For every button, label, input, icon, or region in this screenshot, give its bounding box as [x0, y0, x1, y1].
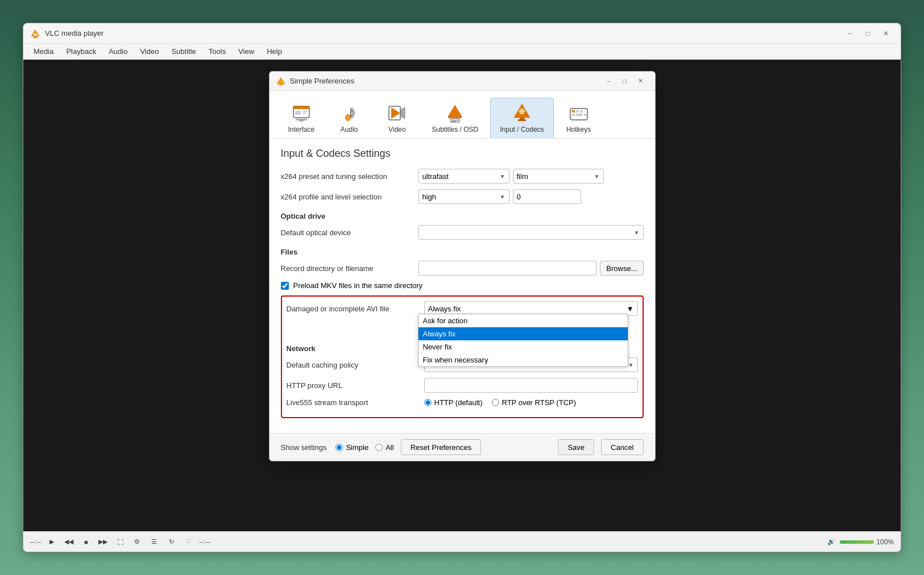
- dialog-content: Input & Codecs Settings x264 preset and …: [270, 139, 655, 433]
- playlist-button[interactable]: ☰: [148, 536, 160, 548]
- optical-device-dropdown[interactable]: ▼: [419, 225, 644, 240]
- extended-button[interactable]: ⚙: [131, 536, 143, 548]
- svg-rect-13: [303, 113, 306, 114]
- play-button[interactable]: ▶: [45, 536, 58, 548]
- live555-row: Live555 stream transport HTTP (default): [287, 398, 638, 407]
- option-never-fix[interactable]: Never fix: [419, 340, 628, 353]
- tab-hotkeys[interactable]: Hotkeys: [556, 98, 602, 138]
- damaged-avi-section: Damaged or incomplete AVI file Always fi…: [281, 295, 644, 418]
- all-radio-option: All: [375, 443, 393, 452]
- dialog-title-bar: Simple Preferences − □ ✕: [270, 72, 655, 91]
- record-dir-row: Record directory or filename Browse...: [281, 261, 644, 276]
- tab-video[interactable]: Video: [374, 98, 420, 138]
- volume-label: 100%: [876, 538, 894, 546]
- svg-rect-26: [520, 118, 524, 119]
- random-button[interactable]: ∷: [182, 536, 194, 548]
- x264-profile-control: high ▼: [419, 189, 644, 204]
- save-button[interactable]: Save: [558, 439, 594, 455]
- svg-marker-20: [448, 105, 462, 116]
- title-bar: ▶ VLC media player − □ ✕: [23, 23, 901, 44]
- menu-audio[interactable]: Audio: [103, 45, 133, 57]
- svg-rect-11: [295, 111, 301, 115]
- x264-level-input[interactable]: [513, 189, 581, 204]
- volume-icon[interactable]: 🔊: [825, 536, 838, 548]
- all-radio[interactable]: [375, 444, 383, 451]
- tab-subtitles[interactable]: Subtitles / OSD: [422, 98, 488, 138]
- menu-video[interactable]: Video: [134, 45, 164, 57]
- option-fix-when-necessary[interactable]: Fix when necessary: [419, 353, 628, 366]
- x264-preset-arrow: ▼: [500, 173, 505, 180]
- minimize-button[interactable]: −: [842, 27, 857, 40]
- tab-hotkeys-label: Hotkeys: [566, 126, 591, 134]
- maximize-button[interactable]: □: [860, 27, 876, 40]
- menu-tools[interactable]: Tools: [203, 45, 231, 57]
- volume-bar[interactable]: [840, 540, 874, 544]
- menu-playback[interactable]: Playback: [60, 45, 102, 57]
- tab-audio[interactable]: Audio: [326, 98, 372, 138]
- live555-http-radio[interactable]: [424, 399, 432, 406]
- svg-rect-9: [296, 119, 307, 120]
- x264-preset-control: ultrafast ▼ film ▼: [419, 169, 644, 184]
- loop-button[interactable]: ↻: [165, 536, 177, 548]
- svg-rect-34: [580, 110, 583, 113]
- svg-marker-4: [277, 77, 285, 84]
- close-button[interactable]: ✕: [878, 27, 894, 40]
- http-proxy-input[interactable]: [424, 378, 638, 393]
- live555-control: HTTP (default) RTP over RTSP (TCP): [424, 398, 638, 407]
- dialog-footer: Show settings Simple All Reset Preferenc…: [270, 433, 655, 461]
- live555-rtp-radio[interactable]: [492, 399, 499, 406]
- x264-profile-dropdown[interactable]: high ▼: [419, 189, 509, 204]
- dialog-title: Simple Preferences: [290, 77, 597, 85]
- menu-media[interactable]: Media: [28, 45, 59, 57]
- next-button[interactable]: ▶▶: [97, 536, 109, 548]
- reset-preferences-button[interactable]: Reset Preferences: [401, 439, 482, 455]
- cancel-button[interactable]: Cancel: [601, 439, 643, 455]
- x264-preset-label: x264 preset and tuning selection: [281, 172, 412, 181]
- menu-view[interactable]: View: [233, 45, 260, 57]
- x264-tuning-dropdown[interactable]: film ▼: [513, 169, 604, 184]
- default-caching-label: Default caching policy: [287, 361, 417, 369]
- tab-interface-label: Interface: [288, 126, 315, 134]
- x264-profile-row: x264 profile and level selection high ▼: [281, 189, 644, 204]
- audio-icon: [339, 103, 359, 123]
- svg-marker-17: [391, 107, 400, 119]
- dialog-minimize-button[interactable]: −: [602, 75, 616, 88]
- preload-mkv-checkbox[interactable]: [281, 282, 289, 290]
- damaged-avi-arrow: ▼: [627, 305, 634, 313]
- dialog-close-button[interactable]: ✕: [633, 75, 648, 88]
- menu-help[interactable]: Help: [261, 45, 288, 57]
- tab-input[interactable]: Input / Codecs: [490, 98, 553, 139]
- tab-interface[interactable]: Interface: [279, 98, 325, 138]
- optical-device-arrow: ▼: [634, 230, 640, 236]
- tab-input-label: Input / Codecs: [500, 126, 544, 134]
- fullscreen-button[interactable]: ⛶: [114, 536, 126, 548]
- browse-button[interactable]: Browse...: [600, 261, 643, 276]
- svg-rect-6: [279, 85, 283, 85]
- simple-radio[interactable]: [335, 444, 343, 451]
- all-label: All: [386, 443, 393, 452]
- optical-device-control: ▼: [419, 225, 644, 240]
- live555-rtp-label: RTP over RTSP (TCP): [502, 398, 577, 407]
- time-left: --:--: [30, 538, 41, 546]
- volume-fill: [840, 540, 874, 544]
- menu-subtitle[interactable]: Subtitle: [165, 45, 201, 57]
- x264-preset-row: x264 preset and tuning selection ultrafa…: [281, 169, 644, 184]
- dialog-maximize-button[interactable]: □: [618, 75, 632, 88]
- option-ask[interactable]: Ask for action: [419, 314, 628, 327]
- svg-rect-2: [33, 38, 38, 38]
- preload-mkv-label: Preload MKV files in the same directory: [293, 281, 423, 290]
- live555-http-option: HTTP (default): [424, 398, 483, 407]
- damaged-avi-dropdown-list: Ask for action Always fix Never fix Fix …: [418, 314, 628, 367]
- svg-rect-21: [448, 116, 462, 118]
- prev-button[interactable]: ◀◀: [63, 536, 75, 548]
- title-bar-buttons: − □ ✕: [842, 27, 894, 40]
- record-dir-input[interactable]: [419, 261, 597, 276]
- live555-radio-group: HTTP (default) RTP over RTSP (TCP): [424, 398, 577, 407]
- volume-area: 🔊 100%: [825, 536, 894, 548]
- x264-preset-dropdown[interactable]: ultrafast ▼: [419, 169, 509, 184]
- stop-button[interactable]: ■: [80, 536, 92, 548]
- x264-profile-label: x264 profile and level selection: [281, 193, 412, 201]
- hotkeys-icon: [569, 103, 589, 123]
- simple-radio-option: Simple: [335, 443, 368, 452]
- option-always-fix[interactable]: Always fix: [419, 327, 628, 340]
